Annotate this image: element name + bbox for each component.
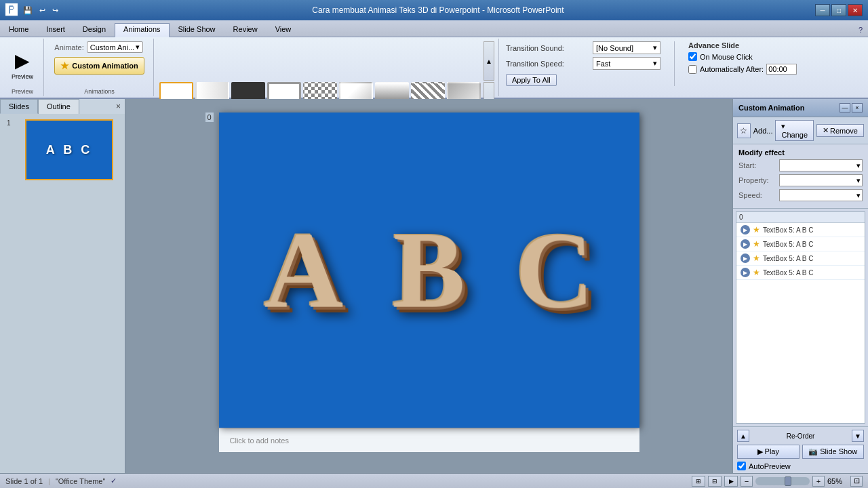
change-effect-button[interactable]: ▾ Change [775, 120, 814, 141]
fit-slide-button[interactable]: ⊡ [850, 476, 863, 487]
anim-trigger-2[interactable]: ▶ [741, 239, 750, 249]
on-mouse-click-label: On Mouse Click [700, 53, 753, 61]
slides-tabs: Slides Outline × [0, 99, 125, 114]
maximize-window-button[interactable]: □ [831, 4, 846, 16]
tab-slides[interactable]: Slides [0, 99, 38, 114]
slide-show-button[interactable]: 📷 Slide Show [802, 445, 865, 459]
slide-count: Slide 1 of 1 [5, 477, 43, 485]
tab-insert[interactable]: Insert [37, 23, 74, 37]
reorder-up-button[interactable]: ▲ [737, 430, 749, 442]
slides-panel-close[interactable]: × [112, 99, 125, 114]
reorder-row: ▲ Re-Order ▼ [737, 430, 864, 442]
auto-after-input[interactable] [766, 64, 797, 75]
transition-scroll-up[interactable]: ▲ [484, 41, 494, 81]
animate-label: Animate: [54, 43, 83, 52]
on-mouse-click-row: On Mouse Click [688, 52, 797, 61]
canvas-area: 0 A B C Click to add notes [125, 99, 732, 473]
slide-thumb-number: 1 [7, 119, 11, 127]
anim-trigger-1[interactable]: ▶ [741, 225, 750, 235]
slideshow-view-button[interactable]: ▶ [724, 476, 738, 487]
view-controls: ⊞ ⊟ ▶ − + 65% ⊡ [692, 476, 863, 487]
app-logo: 🅿 [5, 3, 18, 18]
transition-sound-dropdown[interactable]: [No Sound] ▾ [593, 41, 660, 54]
property-dropdown-arrow: ▾ [856, 176, 861, 185]
tab-review[interactable]: Review [224, 23, 267, 37]
custom-animation-panel: Custom Animation — × ☆ Add... ▾ Change ✕… [732, 99, 868, 473]
play-button[interactable]: ▶ Play [737, 445, 800, 459]
tab-home[interactable]: Home [0, 23, 37, 37]
anim-item-3[interactable]: ▶ ★ TextBox 5: A B C [736, 251, 865, 266]
animate-dropdown[interactable]: Custom Ani... ▾ [87, 41, 143, 53]
start-dropdown-arrow: ▾ [856, 161, 861, 170]
anim-star-2: ★ [753, 239, 760, 249]
on-mouse-click-checkbox[interactable] [688, 52, 697, 61]
zoom-slider[interactable] [755, 477, 810, 485]
speed-dropdown[interactable]: ▾ [779, 189, 863, 201]
remove-effect-button[interactable]: ✕ Remove [816, 124, 864, 137]
add-effect-button[interactable]: ☆ [737, 123, 751, 138]
reorder-down-button[interactable]: ▼ [852, 430, 864, 442]
redo-button[interactable]: ↪ [50, 5, 61, 16]
auto-preview-row: AutoPreview [737, 462, 864, 470]
change-label: ▾ Change [781, 122, 808, 139]
notes-area[interactable]: Click to add notes [219, 428, 639, 452]
save-button[interactable]: 💾 [20, 5, 35, 16]
tab-design[interactable]: Design [74, 23, 115, 37]
tab-animations[interactable]: Animations [115, 23, 169, 37]
anim-item-1[interactable]: ▶ ★ TextBox 5: A B C [736, 223, 865, 237]
app-icon: 🅿 💾 ↩ ↪ [5, 3, 61, 18]
transition-sound-row: Transition Sound: [No Sound] ▾ [506, 41, 660, 54]
anim-star-3: ★ [753, 253, 760, 263]
slides-panel: Slides Outline × 1 A B C [0, 99, 125, 473]
minimize-window-button[interactable]: ─ [815, 4, 830, 16]
zoom-in-button[interactable]: + [812, 476, 825, 487]
speed-row: Speed: ▾ [738, 189, 863, 201]
status-checkmark-icon: ✓ [111, 476, 117, 485]
star-icon: ★ [60, 60, 69, 71]
apply-to-all-button[interactable]: Apply To All [506, 74, 557, 86]
preview-group-content: ▶ Preview [5, 41, 39, 88]
auto-after-checkbox[interactable] [688, 65, 697, 74]
normal-view-button[interactable]: ⊞ [692, 476, 705, 487]
panel-minimize-button[interactable]: — [840, 103, 850, 113]
property-dropdown[interactable]: ▾ [779, 174, 863, 186]
ribbon-content: ▶ Preview Preview Animate: Custom Ani...… [0, 37, 868, 98]
undo-button[interactable]: ↩ [37, 5, 48, 16]
transition-speed-label: Transition Speed: [506, 60, 587, 68]
preview-label: Preview [12, 73, 33, 80]
ribbon-right-content: Transition Sound: [No Sound] ▾ Transitio… [506, 41, 861, 86]
anim-trigger-4[interactable]: ▶ [741, 268, 750, 277]
transition-sound-label: Transition Sound: [506, 44, 587, 52]
close-window-button[interactable]: ✕ [848, 4, 863, 16]
tab-outline[interactable]: Outline [38, 99, 79, 114]
transition-speed-row: Transition Speed: Fast ▾ [506, 57, 660, 70]
auto-preview-checkbox[interactable] [737, 462, 746, 470]
transition-settings: Transition Sound: [No Sound] ▾ Transitio… [506, 41, 660, 86]
anim-trigger-3[interactable]: ▶ [741, 253, 750, 263]
slide-sorter-button[interactable]: ⊟ [708, 476, 722, 487]
anim-item-4[interactable]: ▶ ★ TextBox 5: A B C [736, 266, 865, 280]
animate-value: Custom Ani... [90, 43, 134, 52]
anim-text-3: TextBox 5: A B C [763, 255, 861, 262]
zoom-level: 65% [827, 477, 848, 485]
slide-thumbnail-1[interactable]: A B C [25, 119, 113, 180]
custom-animation-header: Custom Animation — × [733, 99, 868, 117]
help-button[interactable]: ? [853, 23, 868, 37]
auto-preview-label: AutoPreview [749, 462, 791, 470]
modify-effect-label: Modify effect [738, 148, 863, 157]
custom-animation-button[interactable]: ★ Custom Animation [54, 57, 144, 75]
tab-slideshow[interactable]: Slide Show [170, 23, 224, 37]
start-dropdown[interactable]: ▾ [779, 159, 863, 171]
transition-speed-value: Fast [596, 60, 610, 68]
ribbon-group-transitions: ▲ ▼ ≡ Transition to This Slide [155, 39, 499, 96]
transition-speed-dropdown[interactable]: Fast ▾ [593, 57, 660, 70]
tab-view[interactable]: View [267, 23, 300, 37]
anim-item-2[interactable]: ▶ ★ TextBox 5: A B C [736, 237, 865, 251]
slide-canvas[interactable]: A B C [219, 113, 639, 428]
slides-content: 1 A B C [0, 114, 125, 473]
preview-button[interactable]: ▶ Preview [5, 45, 39, 85]
window-title: Cara membuat Animasi Teks 3D di Powerpoi… [61, 5, 815, 15]
zoom-out-button[interactable]: − [741, 476, 753, 487]
panel-close-button[interactable]: × [852, 103, 863, 113]
speed-dropdown-arrow: ▾ [653, 59, 657, 68]
